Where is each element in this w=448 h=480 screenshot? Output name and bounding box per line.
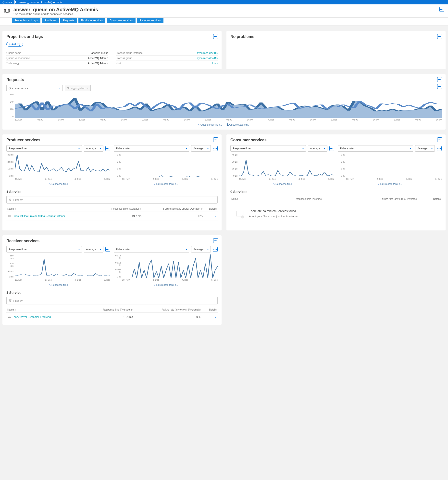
- service-link[interactable]: JmsHotDealProvider$DealRequestListener: [7, 214, 94, 218]
- page-title: answer_queue on ActiveMQ Artemis: [13, 7, 98, 12]
- receiver-fr-select[interactable]: Failure rate▾: [114, 246, 189, 252]
- breadcrumb-root[interactable]: Queues: [0, 1, 14, 4]
- requests-chart: 360 240 120 0: [6, 93, 442, 118]
- breadcrumb-current: answer_queue on ActiveMQ Artemis: [16, 1, 65, 4]
- consumer-rt-agg[interactable]: Average▾: [308, 145, 327, 152]
- requests-title: Requests: [6, 78, 442, 82]
- header-menu-button[interactable]: •••: [439, 7, 444, 12]
- producer-menu-button[interactable]: •••: [213, 137, 218, 142]
- chevron-down-icon: ▾: [207, 248, 209, 251]
- chevron-down-icon: ▾: [100, 147, 101, 150]
- receiver-fr-menu[interactable]: •••: [213, 247, 218, 252]
- filter-icon: [9, 198, 12, 201]
- prop-label: Process group: [116, 57, 132, 60]
- legend-rt: Response time: [49, 284, 68, 286]
- properties-menu-button[interactable]: •••: [213, 34, 218, 39]
- chevron-down-icon: ▾: [186, 147, 187, 150]
- prop-label: Process group instance: [116, 51, 143, 54]
- sort-icon[interactable]: ⇵: [139, 208, 141, 210]
- receiver-rt-menu[interactable]: •••: [105, 247, 110, 252]
- chevron-down-icon: ▾: [431, 147, 433, 150]
- receiver-card: ••• Receiver services Response time▾ Ave…: [2, 235, 222, 325]
- prop-value: answer_queue: [91, 51, 108, 54]
- consumer-card: ••• Consumer services Response time▾ Ave…: [226, 134, 446, 230]
- expand-button[interactable]: ⌄: [204, 212, 218, 220]
- producer-rt-chart: 36 ms24 ms12 ms0 ms: [6, 154, 110, 177]
- receiver-title: Receiver services: [6, 239, 218, 243]
- receiver-rt-chart: 150 ms100 ms50 ms0 ms: [6, 254, 110, 278]
- add-tag-button[interactable]: Add Tag: [6, 42, 23, 47]
- chevron-down-icon: ▾: [410, 147, 411, 150]
- producer-rt-agg[interactable]: Average▾: [84, 145, 103, 152]
- prop-link[interactable]: dynatrace-dev-BB: [197, 57, 218, 60]
- problems-card: ••• No problems: [226, 31, 446, 69]
- consumer-menu-button[interactable]: •••: [437, 137, 442, 142]
- requests-chart-menu-button[interactable]: •••: [437, 84, 442, 89]
- svg-point-2: [7, 9, 8, 13]
- problems-menu-button[interactable]: •••: [437, 34, 442, 39]
- receiver-filter[interactable]: Filter by: [6, 297, 218, 304]
- table-row: easyTravel Customer Frontend 18.4 ms 0 %…: [6, 313, 218, 321]
- producer-count: 1 Service: [6, 190, 218, 194]
- producer-card: ••• Producer services Response time▾ Ave…: [2, 134, 222, 230]
- legend-incoming: Queue incoming r...: [198, 123, 222, 126]
- sort-icon[interactable]: ⇵: [14, 309, 16, 311]
- receiver-fr-agg[interactable]: Average▾: [191, 246, 211, 252]
- consumer-rt-select[interactable]: Response time▾: [230, 145, 306, 152]
- producer-filter[interactable]: Filter by: [6, 196, 218, 204]
- requests-agg-select: No aggregation▾: [65, 85, 91, 91]
- svg-text:?: ?: [242, 216, 243, 218]
- breadcrumb-separator: [14, 0, 16, 4]
- legend-fr: Failure rate (any e...: [377, 183, 402, 185]
- receiver-rt-select[interactable]: Response time▾: [6, 246, 82, 252]
- page-subtitle: Overview of the queue and its connected …: [13, 12, 98, 15]
- breadcrumb: Queues answer_queue on ActiveMQ Artemis: [0, 0, 448, 4]
- consumer-rt-menu[interactable]: •••: [329, 146, 334, 151]
- tab-requests[interactable]: Requests: [60, 18, 77, 23]
- tab-receiver[interactable]: Receiver services: [137, 18, 164, 23]
- receiver-menu-button[interactable]: •••: [213, 238, 218, 243]
- receiver-rt-agg[interactable]: Average▾: [84, 246, 103, 252]
- consumer-fr-menu[interactable]: •••: [437, 146, 442, 151]
- producer-rt-menu[interactable]: •••: [105, 146, 110, 151]
- producer-rt-select[interactable]: Response time▾: [6, 145, 82, 152]
- consumer-fr-agg[interactable]: Average▾: [415, 145, 435, 152]
- consumer-fr-select[interactable]: Failure rate▾: [338, 145, 413, 152]
- requests-metric-select[interactable]: Queue requests▾: [6, 85, 63, 91]
- prop-link[interactable]: dynatrace-dev-BB: [197, 51, 218, 54]
- tab-problems[interactable]: Problems: [42, 18, 59, 23]
- svg-point-0: [4, 9, 6, 13]
- tabs: Properties and tags Problems Requests Pr…: [0, 18, 448, 26]
- requests-menu-button[interactable]: •••: [437, 77, 442, 82]
- prop-value: ActiveMQ Artemis: [88, 57, 108, 60]
- sort-icon[interactable]: ⇵: [131, 309, 133, 311]
- problems-title: No problems: [230, 35, 442, 39]
- chevron-down-icon: ▾: [207, 147, 209, 150]
- legend-rt: Response time: [273, 183, 292, 185]
- prop-link[interactable]: lr-ws: [212, 62, 218, 65]
- producer-fr-chart: 3 %2 %1 %0 %: [114, 154, 218, 177]
- service-link[interactable]: easyTravel Customer Frontend: [7, 315, 80, 319]
- tab-properties[interactable]: Properties and tags: [12, 18, 40, 23]
- producer-fr-menu[interactable]: •••: [213, 146, 218, 151]
- producer-title: Producer services: [6, 138, 218, 142]
- legend-rt: Response time: [49, 183, 68, 185]
- queue-icon: [4, 8, 12, 14]
- chevron-down-icon: ▾: [100, 248, 101, 251]
- producer-fr-select[interactable]: Failure rate▾: [114, 145, 189, 152]
- consumer-count: 0 Services: [230, 190, 442, 194]
- sort-icon[interactable]: ⇵: [199, 309, 201, 311]
- tab-consumer[interactable]: Consumer services: [107, 18, 135, 23]
- producer-fr-agg[interactable]: Average▾: [191, 145, 211, 152]
- svg-point-1: [6, 9, 7, 13]
- legend-fr: Failure rate (any e...: [153, 183, 178, 185]
- sort-icon[interactable]: ⇵: [201, 208, 203, 210]
- prop-label: Queue name: [6, 51, 21, 54]
- tab-producer[interactable]: Producer services: [78, 18, 105, 23]
- properties-card: ••• Properties and tags Add Tag Queue na…: [2, 31, 222, 69]
- expand-button[interactable]: ⌄: [202, 313, 218, 321]
- sort-icon[interactable]: ⇵: [14, 208, 16, 210]
- prop-label: Host: [116, 62, 121, 65]
- consumer-title: Consumer services: [230, 138, 442, 142]
- chevron-down-icon: ▾: [302, 147, 304, 150]
